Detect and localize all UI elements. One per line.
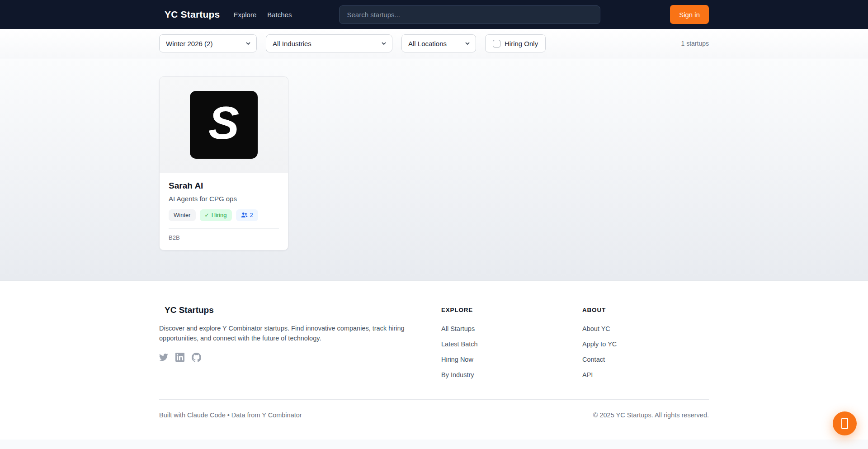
startup-name: Sarah AI xyxy=(169,181,279,191)
divider xyxy=(169,228,279,229)
search-input[interactable] xyxy=(339,5,600,24)
check-icon: ✓ xyxy=(205,212,209,218)
footer-credits: Built with Claude Code • Data from Y Com… xyxy=(159,411,302,419)
hiring-only-label: Hiring Only xyxy=(505,40,538,47)
footer-link-api[interactable]: API xyxy=(582,371,709,378)
location-select-wrap: All Locations xyxy=(401,34,476,52)
footer-link-latest-batch[interactable]: Latest Batch xyxy=(441,340,582,348)
industry-select[interactable]: All Industries xyxy=(266,35,392,52)
footer-link-about-yc[interactable]: About YC xyxy=(582,325,709,332)
startup-logo-letter: S xyxy=(208,100,239,150)
result-count: 1 startups xyxy=(681,40,709,47)
startup-grid: S Sarah AI AI Agents for CPG ops Winter … xyxy=(0,58,868,280)
batch-select[interactable]: Winter 2026 (2) xyxy=(160,35,256,52)
hiring-only-toggle[interactable]: Hiring Only xyxy=(485,34,546,52)
footer-link-hiring-now[interactable]: Hiring Now xyxy=(441,356,582,363)
main-nav: Explore Batches xyxy=(233,11,292,19)
footer: YC Startups Discover and explore Y Combi… xyxy=(0,280,868,440)
sign-in-button[interactable]: Sign in xyxy=(670,5,709,24)
filter-bar: Winter 2026 (2) All Industries All Locat… xyxy=(0,29,868,58)
nav-explore[interactable]: Explore xyxy=(233,11,256,19)
batch-badge: Winter xyxy=(169,209,196,221)
github-icon[interactable] xyxy=(192,353,201,362)
batch-select-wrap: Winter 2026 (2) xyxy=(159,34,257,52)
footer-link-contact[interactable]: Contact xyxy=(582,356,709,363)
page-bottom-strip xyxy=(0,440,868,449)
twitter-icon[interactable] xyxy=(159,353,168,362)
industry-tag: B2B xyxy=(169,234,279,241)
hiring-badge: ✓ Hiring xyxy=(200,209,232,221)
startup-card-body: Sarah AI AI Agents for CPG ops Winter ✓ … xyxy=(160,173,288,250)
team-size-value: 2 xyxy=(250,212,253,219)
startup-description: AI Agents for CPG ops xyxy=(169,195,279,203)
badge-row: Winter ✓ Hiring 2 xyxy=(169,209,279,221)
footer-brand-title: YC Startups xyxy=(165,305,214,315)
hiring-badge-label: Hiring xyxy=(212,212,227,219)
footer-description: Discover and explore Y Combinator startu… xyxy=(159,323,410,344)
footer-link-by-industry[interactable]: By Industry xyxy=(441,371,582,378)
hiring-only-checkbox[interactable] xyxy=(493,40,500,47)
footer-column-explore: EXPLORE All Startups Latest Batch Hiring… xyxy=(441,305,582,378)
startup-card-media: S xyxy=(160,77,288,173)
nav-batches[interactable]: Batches xyxy=(267,11,292,19)
footer-copyright: © 2025 YC Startups. All rights reserved. xyxy=(593,411,709,419)
brand-title: YC Startups xyxy=(165,9,220,20)
linkedin-icon[interactable] xyxy=(175,353,184,362)
footer-link-apply-to-yc[interactable]: Apply to YC xyxy=(582,340,709,348)
fab-glyph-icon xyxy=(841,418,848,429)
footer-brand-block: YC Startups Discover and explore Y Combi… xyxy=(159,305,441,378)
startup-card[interactable]: S Sarah AI AI Agents for CPG ops Winter … xyxy=(159,76,288,250)
footer-column-title: EXPLORE xyxy=(441,307,582,313)
search-container xyxy=(339,5,600,24)
floating-action-button[interactable] xyxy=(833,411,857,435)
footer-link-all-startups[interactable]: All Startups xyxy=(441,325,582,332)
startup-logo: S xyxy=(190,91,258,159)
location-select[interactable]: All Locations xyxy=(402,35,476,52)
users-icon xyxy=(241,212,248,218)
footer-column-title: ABOUT xyxy=(582,307,709,313)
social-links xyxy=(159,353,441,362)
footer-column-about: ABOUT About YC Apply to YC Contact API xyxy=(582,305,709,378)
team-size-badge: 2 xyxy=(236,209,258,221)
industry-select-wrap: All Industries xyxy=(266,34,392,52)
header: YC Startups Explore Batches Sign in xyxy=(0,0,868,29)
